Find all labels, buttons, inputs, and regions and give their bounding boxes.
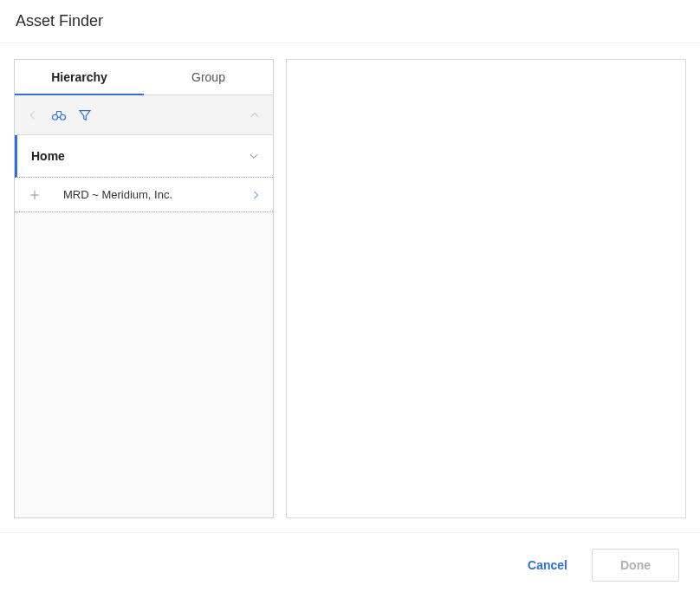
chevron-down-icon bbox=[247, 150, 261, 162]
tab-group[interactable]: Group bbox=[144, 60, 273, 94]
content: Hierarchy Group bbox=[0, 43, 700, 527]
search-button[interactable] bbox=[46, 102, 72, 128]
filter-icon bbox=[78, 108, 92, 122]
tabs: Hierarchy Group bbox=[15, 60, 273, 95]
back-button[interactable] bbox=[20, 102, 46, 128]
tab-hierarchy-label: Hierarchy bbox=[51, 70, 107, 84]
toolbar bbox=[15, 95, 273, 135]
tree-home-label: Home bbox=[31, 149, 65, 163]
filter-button[interactable] bbox=[72, 102, 98, 128]
left-panel: Hierarchy Group bbox=[14, 59, 274, 518]
tree-item-label: MRD ~ Meridium, Inc. bbox=[44, 188, 247, 201]
cancel-button[interactable]: Cancel bbox=[528, 558, 567, 572]
tree-home-row[interactable]: Home bbox=[15, 135, 273, 178]
tab-hierarchy[interactable]: Hierarchy bbox=[15, 60, 144, 94]
svg-point-1 bbox=[61, 114, 66, 120]
done-button[interactable]: Done bbox=[592, 549, 679, 582]
collapse-button[interactable] bbox=[242, 102, 268, 128]
svg-point-0 bbox=[53, 114, 58, 120]
header: Asset Finder bbox=[0, 0, 700, 43]
chevron-up-icon bbox=[248, 109, 262, 121]
chevron-left-icon bbox=[27, 109, 39, 121]
page-title: Asset Finder bbox=[16, 12, 684, 30]
footer: Cancel Done bbox=[0, 532, 700, 582]
binoculars-icon bbox=[51, 109, 67, 121]
svg-marker-3 bbox=[80, 110, 90, 120]
right-panel bbox=[286, 59, 686, 518]
add-icon[interactable] bbox=[25, 189, 44, 201]
tab-group-label: Group bbox=[191, 70, 225, 84]
chevron-right-icon[interactable] bbox=[247, 189, 264, 201]
tree-item[interactable]: MRD ~ Meridium, Inc. bbox=[15, 178, 273, 212]
